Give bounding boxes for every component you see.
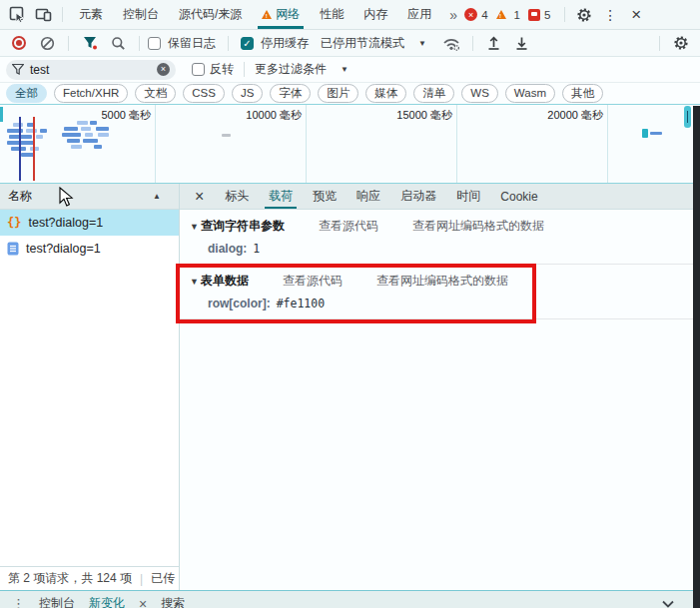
section-title[interactable]: ▼表单数据: [190, 273, 249, 290]
chip-media[interactable]: 媒体: [365, 84, 406, 103]
overview-left-grip[interactable]: [0, 107, 3, 122]
close-whats-new-icon[interactable]: ×: [139, 596, 147, 608]
network-overview-timeline[interactable]: 5000 毫秒10000 毫秒15000 毫秒20000 毫秒: [0, 105, 700, 184]
payload-panel: ▼查询字符串参数 查看源代码 查看网址编码格式的数据 dialog: 1 ▼表单…: [180, 210, 700, 590]
settings-gear-icon[interactable]: [571, 2, 597, 28]
chip-doc[interactable]: 文档: [135, 84, 176, 103]
network-filter-bar: test × 反转 更多过滤条件 ▼: [0, 57, 700, 83]
filter-icon[interactable]: [77, 30, 103, 56]
divider: [68, 36, 69, 51]
tab-initiator[interactable]: 启动器: [390, 184, 446, 209]
request-row[interactable]: test?dialog=1: [0, 236, 179, 262]
filter-input-value[interactable]: test: [30, 63, 151, 77]
request-row[interactable]: {} test?dialog=1: [0, 210, 179, 236]
inspect-element-icon[interactable]: [4, 2, 30, 28]
name-column-header[interactable]: 名称 ▲: [0, 184, 179, 210]
drawer-tab-search[interactable]: 搜索: [161, 595, 185, 608]
tab-sources[interactable]: 源代码/来源: [169, 0, 252, 29]
chip-other[interactable]: 其他: [562, 84, 603, 103]
tab-performance[interactable]: 性能: [310, 0, 353, 29]
request-list-pane: 名称 ▲ {} test?dialog=1 test?dialog=1 第 2 …: [0, 184, 180, 590]
warning-icon: !: [262, 10, 272, 19]
overview-bar: [36, 135, 43, 139]
chip-img[interactable]: 图片: [318, 84, 358, 103]
chip-wasm[interactable]: Wasm: [505, 84, 555, 103]
invert-filter-checkbox[interactable]: [192, 63, 205, 76]
network-conditions-icon[interactable]: [438, 30, 464, 56]
tab-payload[interactable]: 载荷: [259, 184, 303, 209]
tab-preview[interactable]: 预览: [303, 184, 347, 209]
warning-count[interactable]: 1: [514, 9, 520, 21]
device-toolbar-icon[interactable]: [30, 2, 56, 28]
overview-bar: [90, 121, 97, 125]
view-urlencoded-link[interactable]: 查看网址编码格式的数据: [412, 218, 544, 235]
tab-response[interactable]: 响应: [347, 184, 390, 209]
param-row: row[color]: #fe1100: [190, 290, 690, 312]
chevron-down-icon: ▼: [341, 65, 349, 74]
view-source-link[interactable]: 查看源代码: [283, 273, 343, 290]
more-filters-dropdown[interactable]: 更多过滤条件 ▼: [255, 61, 349, 78]
more-tabs-icon[interactable]: »: [441, 7, 464, 23]
network-settings-gear-icon[interactable]: [668, 30, 694, 56]
tab-timing[interactable]: 时间: [446, 184, 490, 209]
chip-all[interactable]: 全部: [6, 84, 47, 103]
query-string-section: ▼查询字符串参数 查看源代码 查看网址编码格式的数据 dialog: 1: [180, 210, 700, 264]
collapse-drawer-chevron-icon[interactable]: [662, 600, 674, 608]
divider: [139, 36, 140, 51]
chip-font[interactable]: 字体: [270, 84, 311, 103]
disable-cache-label[interactable]: 停用缓存: [261, 35, 309, 52]
tab-cookies[interactable]: Cookie: [490, 184, 547, 209]
kebab-menu-icon[interactable]: ⋮: [597, 2, 623, 28]
overview-right-grip[interactable]: [684, 106, 691, 128]
chip-js[interactable]: JS: [232, 84, 263, 103]
error-count[interactable]: 4: [481, 9, 487, 21]
param-row: dialog: 1: [190, 235, 690, 258]
overview-bar: [40, 129, 47, 133]
drawer-tab-console[interactable]: 控制台: [39, 595, 75, 608]
overview-bar: [96, 127, 109, 131]
view-urlencoded-link[interactable]: 查看网址编码格式的数据: [376, 273, 508, 290]
chip-ws[interactable]: WS: [461, 84, 498, 103]
disable-cache-checkbox[interactable]: ✓: [241, 37, 254, 50]
throttling-select[interactable]: 已停用节流模式 ▼: [321, 35, 426, 52]
param-value: #fe1100: [277, 297, 325, 310]
preserve-log-label[interactable]: 保留日志: [168, 35, 216, 52]
tab-headers[interactable]: 标头: [215, 184, 259, 209]
divider: [564, 7, 565, 22]
record-network-log-icon[interactable]: [6, 30, 32, 56]
view-source-link[interactable]: 查看源代码: [319, 218, 378, 235]
overview-bar: [62, 133, 81, 137]
chip-manifest[interactable]: 清单: [413, 84, 454, 103]
divider: |: [140, 572, 143, 586]
preserve-log-checkbox[interactable]: [148, 37, 161, 50]
warning-badge-icon[interactable]: !: [496, 10, 506, 19]
chip-css[interactable]: CSS: [183, 84, 225, 103]
tab-console[interactable]: 控制台: [113, 0, 169, 29]
drawer-menu-icon[interactable]: ⋮: [12, 596, 25, 608]
close-details-icon[interactable]: ×: [184, 188, 215, 206]
param-key: dialog:: [208, 242, 247, 256]
search-icon[interactable]: [105, 30, 131, 56]
invert-filter-label[interactable]: 反转: [210, 61, 234, 78]
chip-fetch-xhr[interactable]: Fetch/XHR: [54, 84, 128, 103]
close-devtools-icon[interactable]: ×: [623, 5, 649, 25]
tab-elements[interactable]: 元素: [69, 0, 113, 29]
drawer-tab-whats-new[interactable]: 新变化: [89, 595, 125, 608]
clear-network-log-icon[interactable]: [34, 30, 60, 56]
error-badge-icon[interactable]: ×: [464, 8, 477, 21]
clear-filter-icon[interactable]: ×: [157, 63, 170, 76]
section-title[interactable]: ▼查询字符串参数: [190, 218, 285, 235]
filter-input[interactable]: test ×: [6, 60, 176, 80]
issues-badge-icon[interactable]: [528, 9, 540, 21]
request-details-pane: × 标头 载荷 预览 响应 启动器 时间 Cookie ▼查询字符串参数 查看源…: [180, 184, 700, 590]
issue-count[interactable]: 5: [544, 9, 550, 21]
tab-network[interactable]: ! 网络: [252, 0, 310, 29]
tab-application[interactable]: 应用: [397, 0, 441, 29]
tab-memory[interactable]: 内存: [353, 0, 397, 29]
export-har-icon[interactable]: [509, 30, 535, 56]
fetch-icon: {}: [7, 216, 21, 230]
overview-bar: [650, 132, 662, 135]
overview-bars: [0, 105, 700, 183]
overview-bar: [64, 127, 78, 131]
import-har-icon[interactable]: [481, 30, 507, 56]
